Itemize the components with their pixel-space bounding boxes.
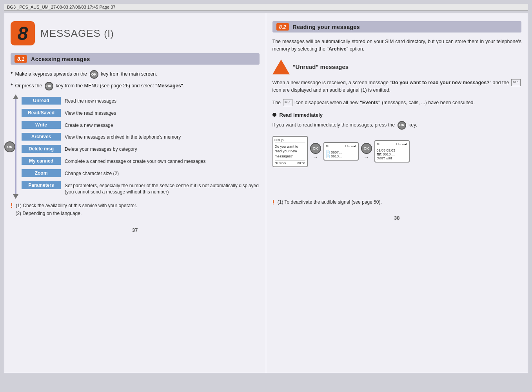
footnote-1-text: (1) Check the availability of this servi… [16, 203, 137, 208]
menu-desc-mycanned: Complete a canned message or create your… [61, 157, 206, 166]
bullet-2: • Or press the OK key from the MENU (see… [11, 82, 260, 90]
ok-circle-1[interactable]: OK [310, 143, 321, 154]
menu-label-write: Write [22, 121, 61, 129]
chapter-title-block: MESSAGES (I) [40, 27, 114, 40]
screen-3-row-3: Don't wait [377, 156, 407, 160]
footnote-right-block: ! (1) To deactivate the audible signal (… [272, 199, 522, 206]
page-number-right: 38 [272, 215, 522, 221]
menu-label-readsaved: Read/Saved [22, 109, 61, 117]
footnote-2-block: (2) Depending on the language. [11, 211, 260, 218]
menu-label-parameters: Parameters [22, 181, 61, 189]
section-8-2-intro: The messages will be automatically store… [272, 38, 522, 53]
arrow-right-2: → [364, 154, 369, 160]
bullet-dot-1: • [11, 69, 13, 76]
bullet-dot-2: • [11, 81, 13, 88]
bullet-text-2: Or press the OK key from the MENU (see p… [15, 82, 185, 90]
menu-label-zoom: Zoom [22, 169, 61, 177]
unread-title-text: "Unread" messages [293, 63, 349, 70]
footnote-1-block: ! (1) Check the availability of this ser… [11, 203, 260, 209]
ok-circle[interactable]: OK [4, 141, 15, 152]
unread-section-title: "Unread" messages [272, 60, 522, 74]
unread-body-1: When a new message is received, a screen… [272, 79, 522, 94]
read-immediately-title: Read immediately [280, 112, 323, 118]
menu-row-parameters: Parameters Set parameters, especially th… [22, 181, 260, 197]
chapter-icon: 8 [11, 21, 35, 45]
menu-desc-parameters: Set parameters, especially the number of… [61, 181, 260, 197]
screen-1-icons: □ ✉ |n.. [275, 138, 285, 142]
read-immediately-bullet [272, 113, 276, 117]
menu-desc-readsaved: View the read messages [61, 109, 116, 118]
section-8-1-badge: 8.1 [15, 55, 27, 63]
screen-3-title: Unread [396, 143, 407, 146]
menu-row-archives: Archives View the messages archived in t… [22, 133, 260, 142]
menu-desc-zoom: Change character size (2) [61, 169, 119, 178]
screen-3-envelope: ✉ [377, 143, 379, 146]
unread-body-2: The ✉☆ icon disappears when all new "Eve… [272, 99, 522, 107]
phone-screens: □ ✉ |n.. Do you want toread your newmess… [272, 136, 522, 167]
screen-2-envelope: ✉ [326, 145, 329, 148]
envelope-icon-2: ✉☆ [283, 99, 292, 106]
menu-desc-deletemsg: Delete your messages by category [61, 145, 137, 154]
menu-label-deletemsg: Delete msg [22, 145, 61, 153]
vertical-bar [15, 97, 16, 197]
phone-screen-2: ✉ Unread 📄 0607... 📄 0613... [323, 142, 359, 161]
screen-1-network: Network [275, 161, 286, 165]
phone-screen-1: □ ✉ |n.. Do you want toread your newmess… [272, 136, 308, 167]
ok-key-inline-1: OK [90, 70, 98, 79]
section-8-1-header: 8.1 Accessing messages [11, 53, 260, 65]
chapter-title-text: MESSAGES [40, 27, 101, 39]
footnote-right-text: (1) To deactivate the audible signal (se… [278, 199, 382, 205]
screen-1-footer: Network 08:30 [275, 160, 305, 165]
footnote-spacer [11, 211, 12, 218]
screen-2-row-2: 📄 0613... [326, 154, 356, 158]
chapter-subtitle: (I) [104, 28, 114, 39]
menu-row-write: Write Create a new message [22, 121, 260, 130]
menu-row-readsaved: Read/Saved View the read messages [22, 109, 260, 118]
screen-2-header: ✉ Unread [326, 145, 356, 149]
ok-side-button[interactable]: OK [4, 141, 15, 152]
screen-1-time: 08:30 [297, 161, 305, 165]
phone-screen-3: ✉ Unread 09/03 09:03 ☎: 0613.... Don't w… [374, 140, 410, 163]
ok-circle-2[interactable]: OK [361, 143, 372, 154]
menu-label-archives: Archives [22, 133, 61, 141]
screen-3-header: ✉ Unread [377, 143, 407, 147]
doc-header: BG3 _PCS_AUS_UM_27-08-03 27/08/03 17:45 … [4, 4, 528, 11]
chapter-number: 8 [18, 23, 28, 44]
menu-table: Unread Read the new messages Read/Saved … [22, 97, 260, 197]
left-page: 8 MESSAGES (I) 8.1 Accessing messages • … [4, 13, 266, 373]
ok-key-right: OK [398, 121, 406, 130]
chapter-title: MESSAGES (I) [40, 27, 114, 39]
menu-row-zoom: Zoom Change character size (2) [22, 169, 260, 178]
right-page: 8.2 Reading your messages The messages w… [266, 13, 528, 373]
read-immediately-header: Read immediately [272, 112, 522, 118]
screen-2-row-1: 📄 0607... [326, 150, 356, 154]
ok-arrow-1: OK → [310, 143, 321, 160]
menu-desc-archives: View the messages archived in the teleph… [61, 133, 181, 142]
menu-table-wrapper: OK Unread Read the new messages Read/Sav… [11, 97, 260, 197]
footnote-marker-1: ! [11, 203, 13, 209]
menu-desc-write: Create a new message [61, 121, 113, 130]
menu-row-unread: Unread Read the new messages [22, 97, 260, 106]
menu-label-mycanned: My canned [22, 157, 61, 165]
screen-3-row-2: ☎: 0613.... [377, 152, 407, 156]
arrow-up-icon [13, 94, 18, 99]
menu-row-mycanned: My canned Complete a canned message or c… [22, 157, 260, 166]
page-number-left: 37 [11, 227, 260, 233]
unread-triangle-icon [272, 60, 290, 74]
bullet-text-1: Make a keypress upwards on the OK key fr… [15, 70, 157, 79]
screen-1-body: Do you want toread your newmessages? [275, 144, 305, 159]
screen-1-header: □ ✉ |n.. [275, 138, 305, 143]
screen-2-title: Unread [345, 145, 356, 148]
menu-row-deletemsg: Delete msg Delete your messages by categ… [22, 145, 260, 154]
chapter-header: 8 MESSAGES (I) [11, 21, 260, 45]
section-8-2-header: 8.2 Reading your messages [272, 21, 522, 33]
envelope-icon: ✉☆ [511, 79, 521, 86]
arrow-down-icon [13, 194, 18, 199]
doc-header-text: BG3 _PCS_AUS_UM_27-08-03 27/08/03 17:45 … [7, 5, 115, 9]
ok-arrow-2: OK → [361, 143, 372, 160]
footnote-right-spacer [272, 173, 522, 197]
bullet-1: • Make a keypress upwards on the OK key … [11, 70, 260, 79]
ok-key-inline-2: OK [45, 82, 53, 90]
section-8-2-badge: 8.2 [276, 23, 289, 31]
main-container: 8 MESSAGES (I) 8.1 Accessing messages • … [4, 13, 528, 373]
